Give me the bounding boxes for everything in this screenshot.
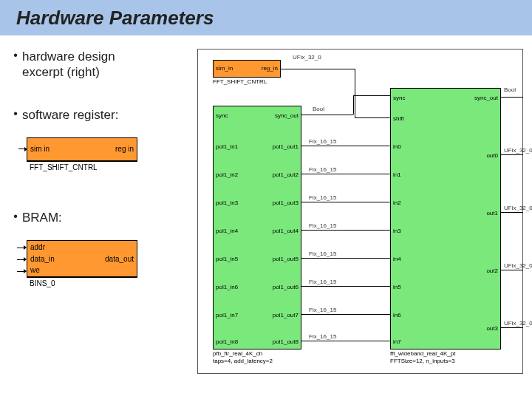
wire bbox=[281, 69, 355, 69]
wire-label-fix8: Fix_16_15 bbox=[309, 333, 336, 340]
shift-cntrl-caption: FFT_SHIFT_CNTRL bbox=[213, 79, 267, 86]
port-sim-in: sim_in bbox=[216, 65, 233, 72]
fft-port-in0: in0 bbox=[393, 143, 401, 150]
wire-label-fix6: Fix_16_15 bbox=[309, 279, 336, 285]
wire bbox=[301, 341, 390, 341]
pfb-port-in2: pol1_in2 bbox=[216, 171, 238, 178]
pfb-port-out1: pol1_out1 bbox=[273, 143, 299, 150]
pfb-port-in3: pol1_in3 bbox=[216, 200, 238, 206]
shift-cntrl-block: sim_in reg_in bbox=[213, 60, 281, 78]
pfb-port-syncout: sync_out bbox=[275, 112, 299, 119]
pfb-caption1: pfb_fir_real_4K_ch bbox=[213, 351, 262, 358]
pfb-port-in6: pol1_in6 bbox=[216, 284, 238, 290]
fft-block: sync sync_out shift in0 out0 in1 in2 out… bbox=[390, 88, 501, 349]
bram-box: addr data_indata_out we bbox=[27, 240, 137, 277]
sw-reg-box: sim in reg in bbox=[27, 137, 137, 161]
bullet2-text: software register: bbox=[22, 107, 118, 123]
fft-port-in1: in1 bbox=[393, 171, 401, 178]
software-register-diagram: sim in reg in FFT_SHIFT_CNTRL bbox=[27, 137, 137, 173]
wire bbox=[355, 117, 390, 118]
bullet-hardware-design: • hardware design excerpt (right) bbox=[9, 49, 197, 81]
bram-port-we: we bbox=[30, 266, 40, 274]
pfb-caption2: taps=4, add_latency=2 bbox=[213, 358, 273, 365]
wire-label-fix5: Fix_16_15 bbox=[309, 250, 336, 257]
wire bbox=[353, 95, 390, 96]
bullet3-text: BRAM: bbox=[22, 210, 62, 225]
title-bar: Hardware Parameters bbox=[0, 0, 532, 35]
bram-port-dataout: data_out bbox=[105, 255, 134, 263]
wire-label-ufix: UFix_32_0 bbox=[293, 54, 321, 61]
pfb-port-out3: pol1_out3 bbox=[273, 200, 299, 206]
wire-label-fix3: Fix_16_15 bbox=[309, 194, 336, 201]
fft-port-out3: out3 bbox=[486, 325, 498, 332]
pfb-port-in4: pol1_in4 bbox=[216, 228, 238, 234]
fft-port-in6: in6 bbox=[393, 312, 401, 318]
port-reg-in: reg_in bbox=[262, 65, 278, 72]
fft-port-in7: in7 bbox=[393, 338, 401, 345]
wire-label-out2: UFix_32_0 bbox=[504, 262, 532, 269]
fft-port-out1: out1 bbox=[486, 210, 498, 216]
bullet-dot: • bbox=[9, 210, 22, 225]
fft-caption1: fft_wideband_real_4K_pt bbox=[390, 351, 455, 358]
content-area: • hardware design excerpt (right) • soft… bbox=[0, 35, 532, 374]
sw-reg-port-left: sim in bbox=[30, 145, 50, 153]
wire-label-out0: UFix_32_0 bbox=[504, 147, 532, 154]
fft-port-syncout: sync_out bbox=[474, 95, 498, 101]
arrow-icon bbox=[17, 269, 27, 273]
pfb-port-out5: pol1_out5 bbox=[273, 256, 299, 262]
wire bbox=[353, 95, 354, 115]
pfb-port-sync: sync bbox=[216, 112, 228, 119]
bullet-bram: • BRAM: bbox=[9, 210, 197, 225]
arrow-icon bbox=[17, 257, 27, 262]
fft-port-sync: sync bbox=[393, 95, 405, 101]
wire bbox=[501, 270, 523, 270]
wire bbox=[301, 115, 353, 115]
arrow-icon bbox=[18, 147, 27, 151]
wire bbox=[301, 174, 390, 174]
bram-label: BINS_0 bbox=[27, 277, 137, 289]
wire-label-fix1: Fix_16_15 bbox=[309, 138, 336, 145]
wire bbox=[301, 258, 390, 259]
wire-label-bool: Bool bbox=[313, 106, 324, 112]
wire bbox=[301, 146, 390, 146]
bullet-dot: • bbox=[9, 107, 22, 123]
wire bbox=[301, 286, 390, 287]
pfb-port-in5: pol1_in5 bbox=[216, 256, 238, 262]
arrow-icon bbox=[17, 245, 27, 250]
sw-reg-port-right: reg in bbox=[115, 145, 134, 153]
wire bbox=[501, 327, 523, 328]
fft-port-in2: in2 bbox=[393, 200, 401, 206]
wire bbox=[301, 314, 390, 315]
bullet1-line1: hardware design bbox=[22, 50, 115, 64]
fft-port-out0: out0 bbox=[486, 152, 498, 159]
fft-port-in4: in4 bbox=[393, 256, 401, 262]
wire-label-out1: UFix_32_0 bbox=[504, 205, 532, 211]
pfb-port-in1: pol1_in1 bbox=[216, 143, 238, 150]
wire bbox=[501, 212, 523, 213]
fft-port-in5: in5 bbox=[393, 284, 401, 290]
wire bbox=[355, 69, 355, 117]
fft-caption2: FFTSize=12, n_inputs=3 bbox=[390, 358, 455, 365]
wire-label-fix2: Fix_16_15 bbox=[309, 166, 336, 173]
bullet-dot: • bbox=[9, 49, 22, 81]
bullet1-line2: excerpt (right) bbox=[22, 65, 100, 79]
bullet-software-register: • software register: bbox=[9, 107, 197, 123]
wire-label-syncout-bool: Bool bbox=[504, 86, 516, 93]
pfb-port-out2: pol1_out2 bbox=[273, 171, 299, 178]
fft-port-out2: out2 bbox=[486, 267, 498, 274]
pfb-port-in8: pol1_in8 bbox=[216, 338, 238, 345]
wire bbox=[301, 202, 390, 202]
left-column: • hardware design excerpt (right) • soft… bbox=[9, 49, 197, 374]
bram-diagram: addr data_indata_out we BINS_0 bbox=[27, 240, 137, 289]
bram-port-addr: addr bbox=[30, 243, 45, 251]
bram-port-datain: data_in bbox=[30, 255, 55, 263]
sw-reg-label: FFT_SHIFT_CNTRL bbox=[27, 161, 137, 173]
pfb-port-in7: pol1_in7 bbox=[216, 312, 238, 318]
wire-label-fix4: Fix_16_15 bbox=[309, 222, 336, 229]
hardware-diagram: sim_in reg_in FFT_SHIFT_CNTRL UFix_32_0 … bbox=[197, 49, 523, 374]
wire-label-out3: UFix_32_0 bbox=[504, 320, 532, 327]
wire-label-fix7: Fix_16_15 bbox=[309, 307, 336, 313]
pfb-port-out6: pol1_out6 bbox=[273, 284, 299, 290]
fft-port-shift: shift bbox=[393, 115, 404, 122]
wire bbox=[501, 154, 523, 155]
